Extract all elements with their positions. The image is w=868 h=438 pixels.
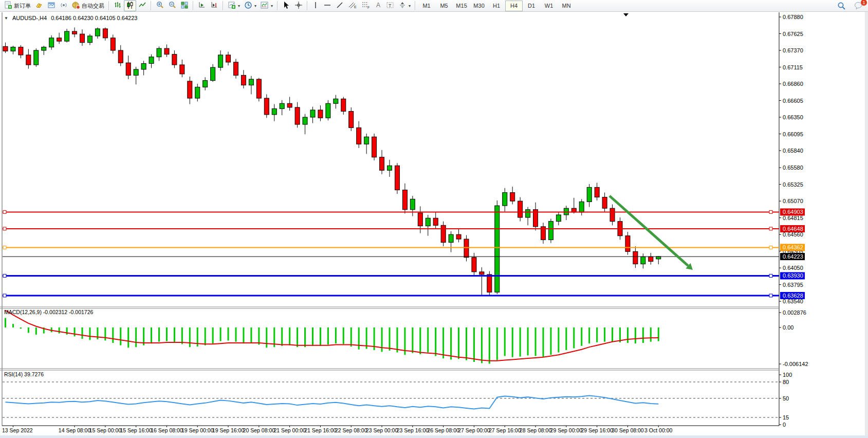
line-handle[interactable] [769, 227, 772, 230]
terminal-window-button[interactable] [45, 0, 58, 11]
new-order-button[interactable]: 新订单 [2, 0, 33, 11]
clock-icon [244, 1, 252, 10]
bullish-candle [42, 47, 46, 50]
candlestick-icon [126, 1, 134, 10]
timeframe-M30[interactable]: M30 [470, 1, 488, 11]
zoom-in-button[interactable] [154, 0, 166, 11]
price-tick-label: 0.66605 [783, 98, 803, 104]
price-tick-label: 0.65070 [783, 198, 803, 204]
bullish-candle [87, 36, 92, 43]
line-handle[interactable] [769, 210, 772, 213]
indicators-button[interactable]: ▾ [258, 0, 275, 11]
price-tick-label: 0.64815 [783, 215, 803, 221]
line-chart-mode-button[interactable] [136, 0, 149, 11]
auto-scroll-icon [198, 1, 206, 10]
price-flag-label: 0.64648 [783, 226, 803, 232]
line-handle[interactable] [769, 274, 772, 277]
price-tick-label: 0.67370 [783, 47, 803, 53]
bearish-candle [241, 75, 246, 85]
tile-windows-icon [180, 1, 189, 10]
bearish-candle [341, 99, 346, 111]
bullish-candle [95, 29, 100, 36]
svg-text:T: T [389, 3, 392, 8]
search-button[interactable] [835, 1, 848, 12]
time-tick-label: 29 Sep 00:00 [550, 427, 583, 433]
candlestick-mode-button[interactable] [124, 0, 136, 11]
time-tick-label: 30 Sep 08:00 [612, 427, 644, 433]
time-tick-label: 23 Sep 00:00 [366, 427, 398, 433]
rsi-tick-label: 100 [783, 372, 792, 378]
timeframe-H1[interactable]: H1 [488, 1, 505, 11]
price-tick-label: 0.65840 [783, 148, 803, 154]
crosshair-icon [294, 1, 303, 10]
horizontal-line-icon [323, 1, 331, 10]
bearish-candle [180, 65, 184, 74]
line-handle[interactable] [769, 246, 772, 249]
timeframe-M15[interactable]: M15 [453, 1, 470, 11]
chevron-down-icon: ▾ [238, 4, 240, 8]
bearish-candle [349, 112, 354, 128]
chart-shift-button[interactable] [208, 0, 220, 11]
channel-tool-button[interactable]: E [346, 0, 359, 11]
macd-tick-label: -0.006142 [783, 361, 808, 367]
text-label-tool-button[interactable]: T [384, 0, 396, 11]
price-tick-label: 0.67880 [783, 14, 803, 20]
periods-button[interactable]: ▾ [242, 0, 258, 11]
text-tool-button[interactable]: A [373, 0, 384, 11]
bearish-candle [595, 187, 599, 197]
fibonacci-icon: F [361, 1, 371, 10]
trendline-tool-button[interactable] [334, 0, 346, 11]
bearish-candle [126, 63, 131, 75]
bearish-candle [518, 201, 523, 217]
market-watch-button[interactable] [33, 0, 45, 11]
horizontal-line-tool-button[interactable] [321, 0, 334, 11]
bullish-candle [211, 67, 215, 80]
chevron-down-icon: ▾ [271, 4, 273, 8]
timeframe-D1[interactable]: D1 [523, 1, 540, 11]
autotrade-globe-icon [72, 1, 80, 10]
line-handle[interactable] [3, 210, 6, 213]
zoom-out-button[interactable] [166, 0, 178, 11]
crosshair-tool-button[interactable] [292, 0, 305, 11]
time-tick-label: 29 Sep 16:00 [581, 427, 613, 433]
tile-windows-button[interactable] [178, 0, 191, 11]
time-tick-label: 23 Sep 16:00 [397, 427, 429, 433]
line-handle[interactable] [3, 274, 6, 277]
bullish-candle [641, 257, 645, 264]
price-tick-label: 0.63795 [783, 282, 803, 288]
collapse-triangle-icon[interactable]: ▼ [4, 16, 8, 21]
bar-chart-mode-button[interactable] [112, 0, 124, 11]
text-icon: A [375, 1, 382, 10]
timeframe-M1[interactable]: M1 [418, 1, 435, 11]
bullish-candle [65, 31, 69, 41]
bearish-candle [479, 272, 484, 275]
new-chart-button[interactable]: ▾ [226, 0, 242, 11]
auto-scroll-button[interactable] [196, 0, 208, 11]
timeframe-MN[interactable]: MN [558, 1, 575, 11]
bearish-candle [110, 38, 115, 50]
line-handle[interactable] [3, 246, 6, 249]
line-handle[interactable] [3, 294, 6, 297]
vertical-line-tool-button[interactable] [310, 0, 321, 11]
notifications-button[interactable]: 1 [852, 1, 865, 12]
line-handle[interactable] [3, 227, 6, 230]
bullish-candle [410, 199, 415, 209]
chart-canvas[interactable]: 0.678800.676250.673700.671150.668600.666… [0, 0, 868, 438]
signals-button[interactable] [58, 0, 70, 11]
time-tick-label: 27 Sep 00:00 [458, 427, 490, 433]
bullish-candle [526, 210, 530, 217]
toolbar-separator [415, 1, 416, 10]
bullish-candle [203, 81, 208, 87]
autotrade-button[interactable]: 自动交易 [70, 0, 106, 11]
fibonacci-tool-button[interactable]: F [359, 0, 373, 11]
timeframe-M5[interactable]: M5 [435, 1, 453, 11]
time-tick-label: 21 Sep 00:00 [273, 427, 306, 433]
timeframe-W1[interactable]: W1 [540, 1, 558, 11]
timeframe-H4[interactable]: H4 [505, 1, 523, 11]
cursor-tool-button[interactable] [280, 0, 292, 11]
line-handle[interactable] [769, 294, 772, 297]
arrows-tool-button[interactable]: ▾ [396, 0, 413, 11]
bearish-candle [80, 34, 85, 43]
price-tick-label: 0.66860 [783, 81, 803, 87]
arrow-objects-icon [398, 1, 407, 10]
